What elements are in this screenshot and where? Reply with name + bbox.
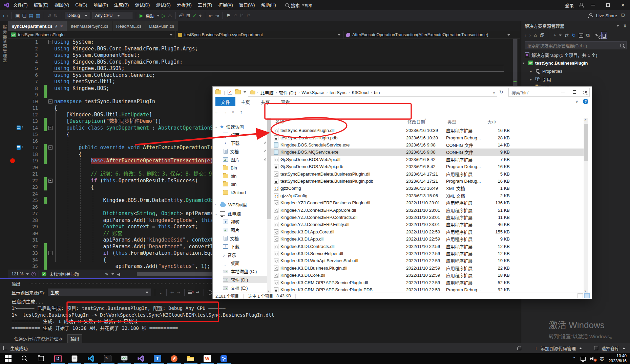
file-row[interactable]: Kingdee.K3.CRM.OPP.APP.ServicePlugIn.dll…: [271, 279, 588, 286]
start-without-debug-icon[interactable]: ▷: [162, 12, 166, 19]
dots-app-taskbar-icon[interactable]: [216, 353, 232, 364]
type-dropdown[interactable]: testSync.BusinessPlugIn.syncDepartment: [175, 31, 343, 39]
network-icon[interactable]: [581, 357, 586, 361]
nav-item[interactable]: Bin: [223, 164, 267, 172]
new-project-icon[interactable]: ▣: [15, 12, 20, 19]
editor-tab[interactable]: syncDepartment.cs⊼✕: [8, 21, 67, 31]
nav-item[interactable]: bin: [223, 181, 267, 188]
breadcrumb-item[interactable]: K3Cloud: [350, 89, 371, 96]
line-number[interactable]: 17: [22, 144, 38, 151]
column-header[interactable]: 类型: [446, 119, 486, 126]
select-repository-button[interactable]: 选择仓库: [602, 345, 619, 351]
chevron-icon[interactable]: ⌄: [215, 212, 217, 215]
nav-item[interactable]: 本地磁盘 (C:): [223, 268, 267, 275]
line-number[interactable]: 3: [22, 52, 38, 59]
timestamp-icon[interactable]: [208, 290, 212, 295]
open-file-icon[interactable]: ❏: [22, 12, 27, 19]
breadcrumb-item[interactable]: WorkSpace: [299, 89, 326, 96]
file-row[interactable]: testSyncDepartmentDelete.BusinessPlugIn.…: [271, 170, 588, 177]
file-row[interactable]: Kingdee.K3.DI.App.dll2022/11/10 22:59应用程…: [271, 235, 588, 243]
nav-item[interactable]: 下载: [223, 243, 267, 250]
file-explorer-taskbar-icon[interactable]: [183, 353, 199, 364]
address-dropdown-chevron-icon[interactable]: ∨: [493, 91, 495, 94]
line-number[interactable]: 32: [22, 243, 38, 250]
wps-taskbar-icon[interactable]: W: [199, 353, 215, 364]
vs-search-control[interactable]: 搜索: [285, 2, 304, 8]
file-row[interactable]: Kingdee.K3.DI.WebApi.ServicesStub.dll202…: [271, 257, 588, 264]
zoom-level[interactable]: 121 %: [12, 272, 23, 276]
live-share-label[interactable]: Live Share: [596, 13, 617, 18]
switch-views-icon[interactable]: ⇄: [565, 32, 569, 38]
menu-item[interactable]: 编辑(E): [31, 0, 51, 10]
file-row[interactable]: Kingdee.BOS.ScheduleService.exe2023/6/16…: [271, 141, 588, 149]
file-row[interactable]: Kingdee.YZJ.ConnectERP.Entity.dll2022/11…: [271, 221, 588, 228]
line-number[interactable]: 4: [22, 59, 38, 65]
nav-item[interactable]: 图片: [223, 156, 267, 163]
bookmark-icon[interactable]: ⚑: [226, 12, 231, 19]
line-number[interactable]: 14: [22, 124, 38, 131]
line-number[interactable]: 8: [22, 85, 38, 92]
visual-studio-taskbar-icon[interactable]: [133, 353, 149, 364]
file-row[interactable]: Kingdee.K3.DI.Contracts.dll2022/11/10 22…: [271, 243, 588, 250]
editor-tab[interactable]: ReadXML.cs: [112, 21, 145, 31]
hscroll-left-icon[interactable]: ◀: [117, 272, 120, 277]
line-number[interactable]: 2: [22, 45, 38, 52]
close-icon[interactable]: ✕: [60, 24, 63, 28]
start-debug-label[interactable]: 启动: [146, 13, 154, 19]
column-headers[interactable]: 名称修改日期类型大小: [271, 118, 588, 127]
line-number[interactable]: 12: [22, 111, 38, 118]
feedback-icon[interactable]: 🗨: [621, 12, 625, 19]
zoom-chevron-icon[interactable]: [26, 273, 29, 275]
clock[interactable]: 10:40 2023/6/16: [609, 354, 627, 364]
line-number[interactable]: 19: [22, 157, 38, 164]
ribbon-tab-3[interactable]: 查看: [275, 97, 295, 107]
line-number[interactable]: 13: [22, 118, 38, 124]
search-taskbar-icon[interactable]: [17, 353, 33, 364]
start-debug-icon[interactable]: ▶: [140, 12, 143, 19]
breakpoint-dot[interactable]: [10, 158, 15, 163]
list-scrollbar[interactable]: ˄ ˅: [584, 118, 588, 293]
breadcrumb-item[interactable]: testSync: [328, 89, 349, 96]
scroll-up-icon[interactable]: ˄: [585, 118, 586, 122]
nav-item[interactable]: ♪音乐: [223, 251, 267, 258]
navigate-back-icon[interactable]: ‹: [3, 12, 4, 19]
menu-item[interactable]: 分析(N): [174, 0, 195, 10]
expanded-chevron-icon[interactable]: ▾: [523, 61, 526, 65]
up-icon[interactable]: ↑: [237, 109, 245, 115]
nav-item[interactable]: ⌄★快速访问: [215, 123, 267, 130]
copy-icon[interactable]: ⧉: [586, 32, 590, 38]
nav-item[interactable]: 文档: [223, 234, 267, 242]
clear-bookmarks-icon[interactable]: ⚐: [246, 12, 251, 19]
platform-dropdown[interactable]: Any CPU: [92, 12, 132, 19]
line-number[interactable]: 20: [22, 164, 38, 171]
ribbon-collapse-icon[interactable]: ∨: [575, 99, 578, 104]
line-number[interactable]: 1: [22, 39, 38, 45]
nav-item[interactable]: bin: [223, 172, 267, 180]
menu-item[interactable]: 窗口(W): [236, 0, 258, 10]
quick-access-chevron-icon[interactable]: [244, 91, 246, 93]
word-wrap-icon[interactable]: ↵: [196, 290, 200, 295]
file-row[interactable]: Kingdee.K3.DI.Core.dll2022/11/10 22:59应用…: [271, 272, 588, 279]
input-language[interactable]: 英: [600, 356, 604, 362]
breadcrumb-item[interactable]: bin: [372, 89, 382, 96]
nav-scrollbar[interactable]: ˅: [267, 118, 271, 293]
file-row[interactable]: Kingdee.YZJ.ConnectERP.Business.PlugIn.d…: [271, 199, 588, 206]
close-button[interactable]: ✕: [618, 0, 628, 10]
menu-item[interactable]: 测试(S): [153, 0, 173, 10]
system-monitor-taskbar-icon[interactable]: [116, 353, 132, 364]
file-row[interactable]: Kingdee.K3.DI.Business.PlugIn.dll2022/11…: [271, 265, 588, 272]
nav-item[interactable]: 文档 (E:): [223, 284, 267, 292]
line-number[interactable]: 22: [22, 177, 38, 184]
chevron-icon[interactable]: ›: [215, 203, 217, 206]
collapsed-chevron-icon[interactable]: ▸: [530, 69, 533, 73]
fold-minus-icon[interactable]: −: [48, 179, 52, 183]
navigate-forward-icon[interactable]: ›: [7, 12, 8, 19]
home-icon[interactable]: ⌂: [534, 32, 537, 38]
line-number[interactable]: 24: [22, 190, 38, 197]
editor-tab[interactable]: DataPush.cs: [145, 21, 178, 31]
tree-item[interactable]: ▸Properties: [521, 67, 630, 75]
scroll-down-icon[interactable]: ˅: [268, 289, 269, 293]
filter-chevron-icon[interactable]: [559, 35, 562, 36]
nav-item[interactable]: 桌面: [223, 259, 267, 267]
pin-icon[interactable]: ⊼: [55, 24, 58, 28]
